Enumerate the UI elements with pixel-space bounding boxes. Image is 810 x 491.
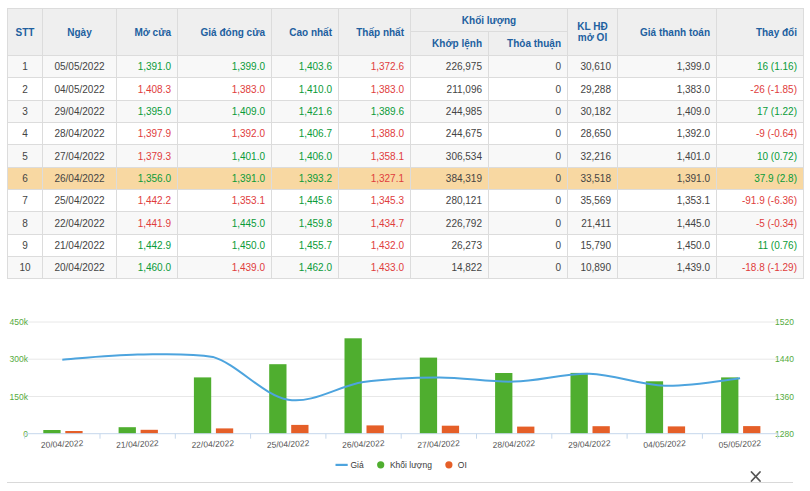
svg-text:22/04/2022: 22/04/2022 bbox=[191, 438, 234, 450]
svg-text:26/04/2022: 26/04/2022 bbox=[342, 438, 385, 450]
svg-text:05/05/2022: 05/05/2022 bbox=[718, 438, 761, 450]
svg-text:Giá: Giá bbox=[351, 460, 365, 470]
svg-text:25/04/2022: 25/04/2022 bbox=[267, 438, 310, 450]
svg-text:450k: 450k bbox=[10, 317, 29, 327]
svg-text:Khối lượng: Khối lượng bbox=[390, 460, 432, 470]
svg-text:OI: OI bbox=[458, 460, 467, 470]
svg-text:27/04/2022: 27/04/2022 bbox=[417, 438, 460, 450]
svg-text:1520: 1520 bbox=[775, 317, 794, 327]
svg-text:04/05/2022: 04/05/2022 bbox=[643, 438, 686, 450]
svg-text:28/04/2022: 28/04/2022 bbox=[492, 438, 535, 450]
svg-text:150k: 150k bbox=[10, 392, 29, 402]
svg-text:1360: 1360 bbox=[775, 392, 794, 402]
svg-text:300k: 300k bbox=[10, 354, 29, 364]
svg-text:1440: 1440 bbox=[775, 354, 794, 364]
svg-text:21/04/2022: 21/04/2022 bbox=[116, 438, 159, 450]
svg-text:29/04/2022: 29/04/2022 bbox=[568, 438, 611, 450]
svg-text:20/04/2022: 20/04/2022 bbox=[41, 438, 84, 450]
